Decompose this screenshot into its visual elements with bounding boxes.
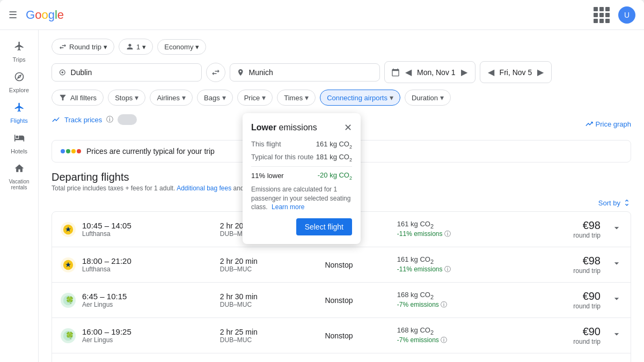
airline-logo: 🍀	[61, 293, 76, 308]
flight-time-range: 10:45 – 14:05	[82, 221, 214, 230]
flight-price-main: €98	[535, 219, 601, 232]
flight-route: DUB–MUC	[220, 265, 319, 273]
emissions-badge: -7% emissions ⓘ	[397, 336, 529, 345]
emissions-info-icon[interactable]: ⓘ	[441, 301, 447, 308]
emissions-kg: 161 kg CO2	[397, 255, 529, 265]
flight-duration: 2 hr 25 min DUB–MUC	[220, 328, 319, 344]
return-date-next-button[interactable]: ▶	[536, 66, 545, 78]
sidebar-label-explore: Explore	[9, 87, 29, 93]
flight-duration: 2 hr 30 min DUB–MUC	[220, 292, 319, 308]
emissions-info-icon[interactable]: ⓘ	[444, 265, 451, 273]
sidebar-item-explore[interactable]: Explore	[0, 67, 38, 98]
emissions-info-icon[interactable]: ⓘ	[444, 230, 451, 238]
learn-more-link[interactable]: Learn more	[272, 203, 304, 211]
search-inputs-row: ◀ Mon, Nov 1 ▶ ◀ Fri, Nov 5 ▶	[52, 61, 631, 83]
flight-expand-icon[interactable]	[611, 329, 622, 342]
flight-price: €90 round trip	[535, 326, 601, 345]
flight-duration: 2 hr 20 min DUB–MUC	[220, 257, 319, 273]
flight-row[interactable]: 🍀 16:00 – 19:25 Aer Lingus 2 hr 25 min D…	[52, 318, 631, 353]
track-prices-row: Track prices ⓘ	[52, 114, 137, 125]
trip-type-selector[interactable]: Round trip ▾	[52, 39, 114, 55]
vacation-icon	[14, 163, 25, 176]
flight-expand-icon[interactable]	[611, 293, 622, 307]
bag-fees-link[interactable]: Additional bag fees	[177, 184, 231, 192]
emissions-info-icon[interactable]: ⓘ	[441, 336, 447, 344]
origin-field[interactable]	[52, 63, 202, 82]
depart-date-field[interactable]: ◀ Mon, Nov 1 ▶	[384, 61, 475, 83]
bags-filter-button[interactable]: Bags ▾	[197, 90, 233, 106]
flight-price-sub: round trip	[535, 267, 601, 275]
emissions-kg: 161 kg CO2	[397, 220, 529, 230]
flight-row[interactable]: 18:00 – 21:20 Lufthansa 2 hr 20 min DUB–…	[52, 247, 631, 283]
flight-row[interactable]: 🍀 6:45 – 10:15 Aer Lingus 2 hr 30 min DU…	[52, 283, 631, 318]
popup-header: Lower emissions ✕	[251, 122, 352, 134]
airlines-filter-button[interactable]: Airlines ▾	[150, 90, 193, 106]
price-filter-button[interactable]: Price ▾	[237, 90, 273, 106]
track-prices-toggle[interactable]	[118, 114, 137, 125]
flights-icon	[14, 102, 25, 115]
app-grid-icon[interactable]	[594, 7, 610, 23]
popup-title-lower: Lower	[251, 123, 276, 132]
popup-title-rest: emissions	[276, 123, 317, 132]
sidebar-item-flights[interactable]: Flights	[0, 98, 38, 128]
select-flight-button[interactable]: Select flight	[296, 218, 352, 235]
all-filters-button[interactable]: All filters	[52, 90, 104, 106]
times-chevron-icon: ▾	[305, 93, 309, 102]
flight-expand-icon[interactable]	[611, 223, 622, 236]
origin-input[interactable]	[71, 68, 195, 77]
sidebar-item-hotels[interactable]: Hotels	[0, 128, 38, 159]
flight-price: €98 round trip	[535, 219, 601, 239]
flight-emissions: 161 kg CO2 -11% emissions ⓘ	[397, 220, 529, 239]
class-label: Economy	[164, 43, 193, 51]
sort-button[interactable]: Sort by	[598, 198, 631, 207]
popup-close-button[interactable]: ✕	[344, 122, 352, 134]
flight-emissions: 168 kg CO2 -7% emissions ⓘ	[397, 326, 529, 345]
date-next-button[interactable]: ▶	[460, 66, 469, 78]
destination-field[interactable]	[230, 63, 380, 82]
price-chevron-icon: ▾	[262, 93, 266, 102]
flight-stops-label: Nonstop	[325, 261, 390, 269]
popup-typical-value: 181 kg CO2	[316, 153, 352, 162]
track-prices-label[interactable]: Track prices	[64, 116, 102, 124]
sidebar-item-trips[interactable]: Trips	[0, 36, 38, 67]
flight-row[interactable]: 5:15 – 10:10 Lufthansa 3 hr 55 min DUB–M…	[52, 353, 631, 362]
avatar[interactable]: U	[618, 6, 635, 24]
stops-chevron-icon: ▾	[135, 93, 138, 102]
emissions-kg: 168 kg CO2	[397, 291, 529, 300]
price-graph-link[interactable]: Price graph	[585, 120, 631, 128]
popup-lower-value: -20 kg CO2	[318, 171, 352, 181]
duration-label: Duration	[412, 94, 438, 102]
flight-expand-icon[interactable]	[611, 258, 622, 271]
depart-date-label: Mon, Nov 1	[417, 68, 456, 77]
menu-icon[interactable]: ☰	[9, 9, 17, 21]
price-label: Price	[244, 94, 260, 102]
swap-button[interactable]	[206, 63, 225, 82]
airlines-chevron-icon: ▾	[182, 93, 186, 102]
return-date-prev-button[interactable]: ◀	[487, 66, 495, 78]
sidebar-item-vacation[interactable]: Vacation rentals	[0, 159, 38, 195]
flight-time-range: 18:00 – 21:20	[82, 256, 214, 265]
top-nav: ☰ Google U	[0, 0, 644, 30]
emissions-badge: -11% emissions ⓘ	[397, 230, 529, 239]
flight-emissions: 161 kg CO2 -11% emissions ⓘ	[397, 255, 529, 274]
search-options-row: Round trip ▾ 1 ▾ Economy ▾	[52, 39, 631, 55]
connecting-airports-filter-button[interactable]: Connecting airports ▾	[320, 90, 400, 106]
duration-filter-button[interactable]: Duration ▾	[405, 90, 451, 106]
flight-price: €98 round trip	[535, 255, 601, 275]
times-filter-button[interactable]: Times ▾	[277, 90, 316, 106]
return-date-field[interactable]: ◀ Fri, Nov 5 ▶	[480, 61, 552, 83]
flight-stops-label: Nonstop	[325, 296, 390, 305]
destination-input[interactable]	[249, 68, 373, 77]
emissions-popup[interactable]: Lower emissions ✕ This flight 161 kg CO2…	[243, 113, 361, 244]
connecting-airports-chevron-icon: ▾	[390, 93, 393, 102]
emissions-badge: -11% emissions ⓘ	[397, 265, 529, 274]
stops-label: Stops	[115, 94, 133, 102]
class-chevron: ▾	[195, 43, 199, 51]
class-selector[interactable]: Economy ▾	[157, 39, 206, 55]
passengers-selector[interactable]: 1 ▾	[119, 39, 153, 55]
flight-route: DUB–MUC	[220, 336, 319, 344]
flight-times: 18:00 – 21:20 Lufthansa	[82, 256, 214, 273]
stops-filter-button[interactable]: Stops ▾	[108, 90, 145, 106]
flight-times: 6:45 – 10:15 Aer Lingus	[82, 292, 214, 308]
date-prev-button[interactable]: ◀	[404, 66, 413, 78]
